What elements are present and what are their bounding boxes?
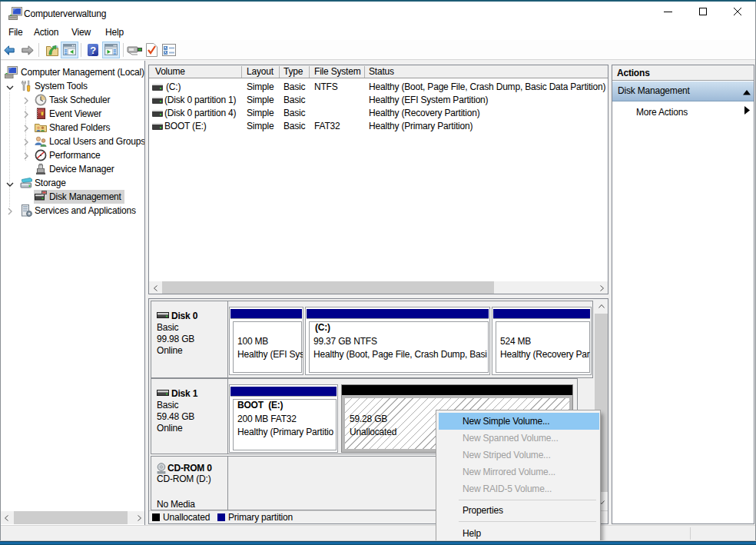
svg-text:?: ?: [90, 45, 96, 56]
